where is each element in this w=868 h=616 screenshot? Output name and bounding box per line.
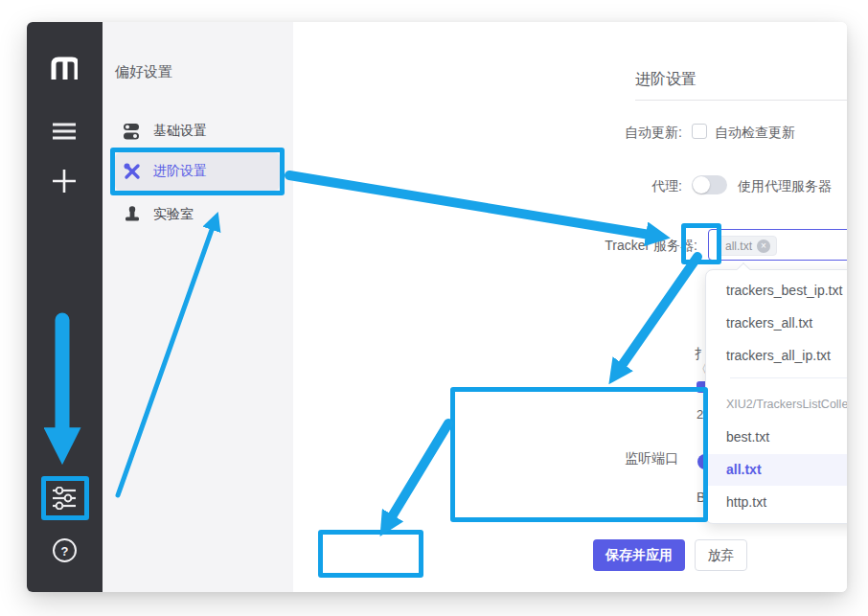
proxy-label: 代理:	[567, 178, 682, 195]
tracker-tag: all.txt ×	[717, 236, 777, 256]
dropdown-item[interactable]: best.txt	[706, 422, 847, 453]
auto-update-label: 自动更新:	[567, 125, 682, 142]
dropdown-caret	[737, 262, 750, 276]
nav-item-label: 基础设置	[153, 123, 207, 140]
dropdown-item[interactable]: trackers_best_ip.txt	[706, 275, 847, 307]
add-task-button[interactable]	[51, 168, 78, 194]
tracker-tag-text: all.txt	[725, 240, 752, 253]
tag-close-icon[interactable]: ×	[757, 240, 770, 253]
tracker-dropdown: trackers_best_ip.txt trackers_all.txt tr…	[705, 269, 847, 524]
toggles-icon	[124, 124, 141, 140]
prefs-panel: 偏好设置 基础设置 进阶设置	[103, 22, 293, 592]
dropdown-item[interactable]: trackers_all_ip.txt	[706, 340, 847, 372]
lab-stamp-icon	[124, 206, 141, 223]
annotation-box-dropdown-group	[450, 387, 708, 522]
save-apply-button[interactable]: 保存并应用	[593, 539, 685, 571]
title-divider	[635, 100, 847, 101]
help-button[interactable]: ?	[51, 536, 78, 563]
nav-item-label: 实验室	[153, 206, 194, 223]
page-title: 进阶设置	[635, 70, 697, 90]
nav-item-basic-settings[interactable]: 基础设置	[115, 113, 280, 149]
auto-update-checkbox[interactable]	[692, 124, 707, 139]
dropdown-group-label: XIU2/TrackersListCollection	[726, 398, 847, 411]
task-list-button[interactable]	[51, 122, 78, 141]
task-list-icon	[52, 123, 77, 140]
proxy-toggle-label: 使用代理服务器	[738, 178, 832, 195]
motrix-logo-icon	[51, 56, 78, 80]
dropdown-item-selected[interactable]: all.txt	[706, 454, 847, 486]
discard-button[interactable]: 放弃	[695, 539, 747, 571]
dropdown-divider	[730, 377, 847, 378]
annotation-box-chevron	[681, 223, 721, 264]
add-task-icon	[52, 169, 77, 194]
dropdown-item[interactable]: trackers_all.txt	[706, 308, 847, 339]
screenshot-stage: ? 偏好设置 基础设置	[0, 0, 868, 616]
tracker-label: Tracker 服务器:	[582, 238, 697, 255]
annotation-box-settings-icon	[41, 476, 89, 520]
motrix-logo	[51, 54, 78, 82]
prefs-title: 偏好设置	[115, 63, 172, 81]
dropdown-item[interactable]: http.txt	[706, 487, 847, 518]
help-icon: ?	[52, 537, 78, 563]
svg-text:?: ?	[60, 543, 68, 558]
toggle-knob	[693, 176, 710, 194]
auto-update-checkbox-label: 自动检查更新	[715, 125, 795, 142]
proxy-toggle[interactable]	[692, 175, 727, 194]
tracker-select[interactable]: all.txt ×	[708, 229, 847, 261]
annotation-box-advanced-nav	[110, 148, 285, 195]
app-window: ? 偏好设置 基础设置	[27, 22, 847, 592]
nav-item-lab[interactable]: 实验室	[115, 196, 280, 233]
annotation-box-save-button	[318, 530, 423, 578]
